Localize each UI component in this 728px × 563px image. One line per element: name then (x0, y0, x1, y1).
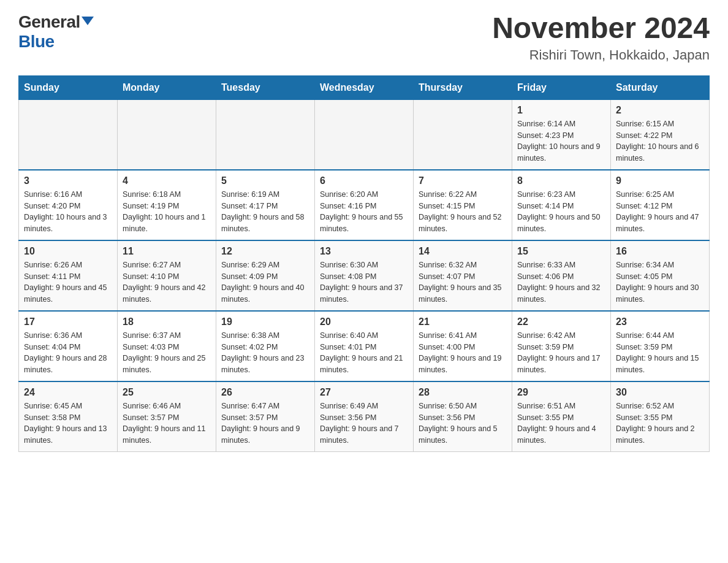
weekday-header-wednesday: Wednesday (315, 75, 414, 99)
weekday-header-thursday: Thursday (414, 75, 512, 99)
day-info: Sunrise: 6:18 AM Sunset: 4:19 PM Dayligh… (123, 189, 211, 235)
calendar-cell: 6Sunrise: 6:20 AM Sunset: 4:16 PM Daylig… (315, 170, 414, 240)
location-title: Rishiri Town, Hokkaido, Japan (492, 47, 710, 63)
day-number: 27 (320, 387, 408, 398)
day-number: 1 (517, 105, 605, 116)
calendar-cell: 12Sunrise: 6:29 AM Sunset: 4:09 PM Dayli… (216, 240, 315, 311)
logo: General Blue (18, 12, 94, 52)
calendar-header-row: SundayMondayTuesdayWednesdayThursdayFrid… (19, 75, 710, 99)
calendar-cell: 16Sunrise: 6:34 AM Sunset: 4:05 PM Dayli… (611, 240, 710, 311)
day-number: 23 (616, 316, 704, 327)
day-number: 12 (221, 246, 309, 257)
day-info: Sunrise: 6:44 AM Sunset: 3:59 PM Dayligh… (616, 330, 704, 376)
day-number: 5 (221, 175, 309, 186)
weekday-header-tuesday: Tuesday (216, 75, 315, 99)
day-info: Sunrise: 6:42 AM Sunset: 3:59 PM Dayligh… (517, 330, 605, 376)
day-info: Sunrise: 6:47 AM Sunset: 3:57 PM Dayligh… (221, 400, 309, 446)
calendar-cell: 3Sunrise: 6:16 AM Sunset: 4:20 PM Daylig… (19, 170, 118, 240)
title-section: November 2024 Rishiri Town, Hokkaido, Ja… (492, 12, 710, 63)
calendar-cell: 2Sunrise: 6:15 AM Sunset: 4:22 PM Daylig… (611, 99, 710, 170)
day-info: Sunrise: 6:46 AM Sunset: 3:57 PM Dayligh… (123, 400, 211, 446)
calendar-cell (118, 99, 216, 170)
day-number: 14 (419, 246, 507, 257)
calendar-cell: 27Sunrise: 6:49 AM Sunset: 3:56 PM Dayli… (315, 381, 414, 452)
day-info: Sunrise: 6:36 AM Sunset: 4:04 PM Dayligh… (24, 330, 112, 376)
day-number: 17 (24, 316, 112, 327)
day-info: Sunrise: 6:34 AM Sunset: 4:05 PM Dayligh… (616, 259, 704, 305)
calendar-week-3: 10Sunrise: 6:26 AM Sunset: 4:11 PM Dayli… (19, 240, 710, 311)
day-number: 28 (419, 387, 507, 398)
day-number: 19 (221, 316, 309, 327)
day-number: 15 (517, 246, 605, 257)
calendar-cell: 4Sunrise: 6:18 AM Sunset: 4:19 PM Daylig… (118, 170, 216, 240)
day-number: 22 (517, 316, 605, 327)
day-number: 25 (123, 387, 211, 398)
month-title: November 2024 (492, 12, 710, 45)
day-number: 11 (123, 246, 211, 257)
day-info: Sunrise: 6:27 AM Sunset: 4:10 PM Dayligh… (123, 259, 211, 305)
day-info: Sunrise: 6:50 AM Sunset: 3:56 PM Dayligh… (419, 400, 507, 446)
day-info: Sunrise: 6:29 AM Sunset: 4:09 PM Dayligh… (221, 259, 309, 305)
calendar-week-2: 3Sunrise: 6:16 AM Sunset: 4:20 PM Daylig… (19, 170, 710, 240)
calendar-cell: 20Sunrise: 6:40 AM Sunset: 4:01 PM Dayli… (315, 311, 414, 381)
calendar-cell: 18Sunrise: 6:37 AM Sunset: 4:03 PM Dayli… (118, 311, 216, 381)
calendar-cell: 1Sunrise: 6:14 AM Sunset: 4:23 PM Daylig… (512, 99, 611, 170)
calendar-cell: 25Sunrise: 6:46 AM Sunset: 3:57 PM Dayli… (118, 381, 216, 452)
logo-blue-text: Blue (18, 32, 55, 52)
day-number: 2 (616, 105, 704, 116)
calendar-cell (414, 99, 512, 170)
day-info: Sunrise: 6:30 AM Sunset: 4:08 PM Dayligh… (320, 259, 408, 305)
calendar-cell: 17Sunrise: 6:36 AM Sunset: 4:04 PM Dayli… (19, 311, 118, 381)
day-number: 7 (419, 175, 507, 186)
calendar-cell (19, 99, 118, 170)
day-info: Sunrise: 6:40 AM Sunset: 4:01 PM Dayligh… (320, 330, 408, 376)
weekday-header-saturday: Saturday (611, 75, 710, 99)
day-number: 26 (221, 387, 309, 398)
weekday-header-sunday: Sunday (19, 75, 118, 99)
day-number: 10 (24, 246, 112, 257)
calendar-cell (315, 99, 414, 170)
calendar-cell: 13Sunrise: 6:30 AM Sunset: 4:08 PM Dayli… (315, 240, 414, 311)
day-number: 8 (517, 175, 605, 186)
calendar-week-4: 17Sunrise: 6:36 AM Sunset: 4:04 PM Dayli… (19, 311, 710, 381)
calendar-cell: 30Sunrise: 6:52 AM Sunset: 3:55 PM Dayli… (611, 381, 710, 452)
day-info: Sunrise: 6:38 AM Sunset: 4:02 PM Dayligh… (221, 330, 309, 376)
page-header: General Blue November 2024 Rishiri Town,… (18, 12, 710, 63)
day-number: 4 (123, 175, 211, 186)
day-info: Sunrise: 6:37 AM Sunset: 4:03 PM Dayligh… (123, 330, 211, 376)
day-number: 21 (419, 316, 507, 327)
day-number: 16 (616, 246, 704, 257)
calendar-cell: 11Sunrise: 6:27 AM Sunset: 4:10 PM Dayli… (118, 240, 216, 311)
calendar-week-1: 1Sunrise: 6:14 AM Sunset: 4:23 PM Daylig… (19, 99, 710, 170)
day-number: 24 (24, 387, 112, 398)
calendar-cell: 15Sunrise: 6:33 AM Sunset: 4:06 PM Dayli… (512, 240, 611, 311)
calendar-cell: 21Sunrise: 6:41 AM Sunset: 4:00 PM Dayli… (414, 311, 512, 381)
day-info: Sunrise: 6:33 AM Sunset: 4:06 PM Dayligh… (517, 259, 605, 305)
day-info: Sunrise: 6:32 AM Sunset: 4:07 PM Dayligh… (419, 259, 507, 305)
day-info: Sunrise: 6:22 AM Sunset: 4:15 PM Dayligh… (419, 189, 507, 235)
day-info: Sunrise: 6:45 AM Sunset: 3:58 PM Dayligh… (24, 400, 112, 446)
day-number: 6 (320, 175, 408, 186)
calendar-cell: 24Sunrise: 6:45 AM Sunset: 3:58 PM Dayli… (19, 381, 118, 452)
calendar-cell: 9Sunrise: 6:25 AM Sunset: 4:12 PM Daylig… (611, 170, 710, 240)
day-number: 13 (320, 246, 408, 257)
day-number: 29 (517, 387, 605, 398)
day-info: Sunrise: 6:23 AM Sunset: 4:14 PM Dayligh… (517, 189, 605, 235)
logo-triangle-icon (82, 17, 94, 25)
weekday-header-monday: Monday (118, 75, 216, 99)
day-number: 9 (616, 175, 704, 186)
calendar-cell: 10Sunrise: 6:26 AM Sunset: 4:11 PM Dayli… (19, 240, 118, 311)
day-number: 3 (24, 175, 112, 186)
calendar-cell: 19Sunrise: 6:38 AM Sunset: 4:02 PM Dayli… (216, 311, 315, 381)
calendar-cell: 23Sunrise: 6:44 AM Sunset: 3:59 PM Dayli… (611, 311, 710, 381)
day-number: 18 (123, 316, 211, 327)
calendar-cell: 5Sunrise: 6:19 AM Sunset: 4:17 PM Daylig… (216, 170, 315, 240)
calendar-cell: 28Sunrise: 6:50 AM Sunset: 3:56 PM Dayli… (414, 381, 512, 452)
logo-general-text: General (18, 12, 80, 32)
calendar-cell (216, 99, 315, 170)
calendar-cell: 8Sunrise: 6:23 AM Sunset: 4:14 PM Daylig… (512, 170, 611, 240)
day-info: Sunrise: 6:15 AM Sunset: 4:22 PM Dayligh… (616, 118, 704, 164)
day-info: Sunrise: 6:19 AM Sunset: 4:17 PM Dayligh… (221, 189, 309, 235)
calendar-cell: 7Sunrise: 6:22 AM Sunset: 4:15 PM Daylig… (414, 170, 512, 240)
calendar-cell: 26Sunrise: 6:47 AM Sunset: 3:57 PM Dayli… (216, 381, 315, 452)
